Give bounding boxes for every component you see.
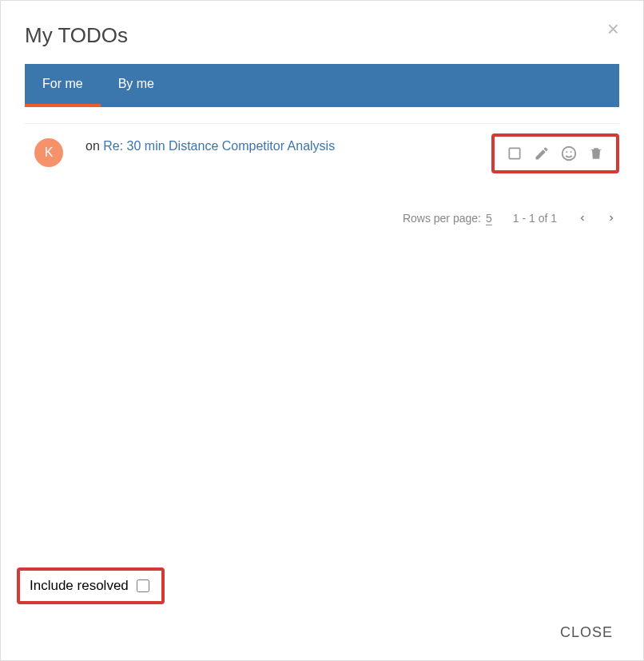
next-page-icon[interactable] (606, 213, 616, 223)
include-resolved-highlight: Include resolved (17, 567, 165, 604)
todo-row: K on Re: 30 min Distance Competitor Anal… (25, 123, 619, 188)
dialog-footer: CLOSE (1, 608, 643, 660)
include-resolved-label: Include resolved (30, 578, 129, 594)
include-resolved-checkbox[interactable] (137, 579, 149, 592)
avatar: K (34, 138, 63, 167)
todo-link[interactable]: Re: 30 min Distance Competitor Analysis (103, 139, 335, 153)
edit-icon[interactable] (533, 145, 551, 162)
todo-text: on Re: 30 min Distance Competitor Analys… (85, 138, 491, 155)
dialog-header: My TODOs × (1, 1, 643, 64)
tab-by-me[interactable]: By me (101, 64, 172, 107)
row-actions-highlight (491, 133, 619, 173)
svg-point-1 (563, 147, 576, 161)
checkbox-icon[interactable] (506, 145, 523, 162)
rows-per-page: Rows per page: 5 (403, 212, 492, 225)
todos-dialog: My TODOs × For me By me K on Re: 30 min … (0, 0, 644, 661)
svg-rect-0 (509, 148, 519, 158)
prev-page-icon[interactable] (578, 213, 587, 223)
rows-per-page-label: Rows per page: (403, 212, 481, 225)
trash-icon[interactable] (587, 145, 605, 162)
on-prefix: on (85, 139, 103, 153)
tabbar: For me By me (25, 64, 619, 107)
emoji-icon[interactable] (560, 145, 578, 162)
page-range: 1 - 1 of 1 (513, 212, 557, 225)
close-icon[interactable]: × (607, 18, 619, 39)
page-arrows (578, 213, 616, 223)
tab-for-me[interactable]: For me (25, 64, 101, 107)
dialog-title: My TODOs (25, 23, 128, 48)
svg-point-2 (566, 151, 567, 153)
close-button[interactable]: CLOSE (560, 624, 613, 641)
pagination: Rows per page: 5 1 - 1 of 1 (25, 188, 619, 225)
rows-per-page-value[interactable]: 5 (486, 212, 492, 225)
dialog-content: K on Re: 30 min Distance Competitor Anal… (1, 107, 643, 608)
svg-point-3 (570, 151, 572, 153)
